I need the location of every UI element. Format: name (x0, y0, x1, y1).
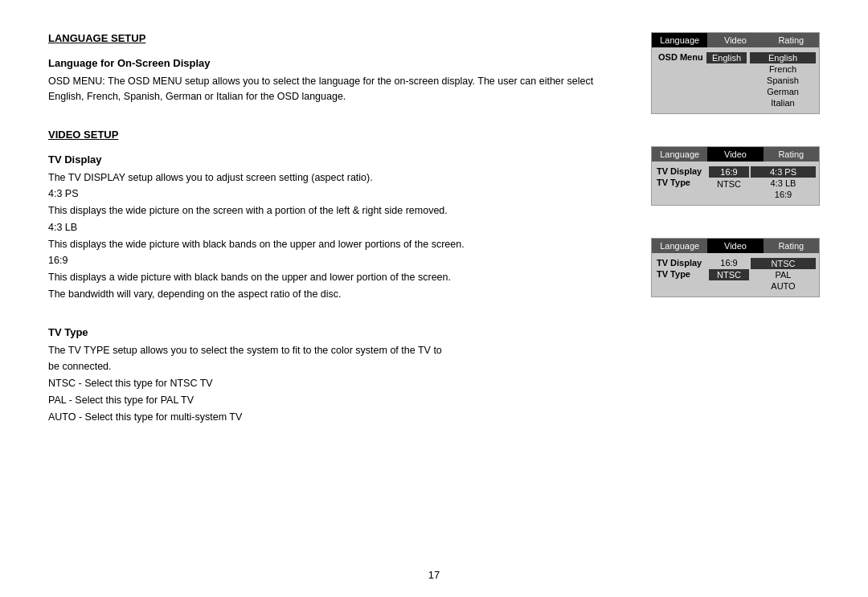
tv-display-subheading: TV Display (48, 153, 611, 166)
osd-tv-display-menu: Language Video Rating TV Display TV Type… (651, 146, 820, 206)
osd-tab-video: Video (707, 33, 763, 47)
osd-tvd-label-tvtype: TV Type (657, 178, 707, 187)
osd-tvt-opt-pal: PAL (751, 269, 816, 280)
osd-tvt-labels: TV Display TV Type (655, 258, 707, 292)
tv-display-item-1-desc: This displays the wide picture with blac… (48, 237, 611, 252)
osd-language-body: OSD MENU: The OSD MENU setup allows you … (48, 74, 611, 104)
osd-opt-italian: Italian (750, 97, 816, 108)
osd-tvd-tab-video: Video (707, 147, 763, 162)
osd-tv-display-body: TV Display TV Type 16:9 NTSC 4:3 PS 4:3 … (652, 162, 819, 205)
osd-tvt-options: NTSC PAL AUTO (751, 258, 816, 292)
osd-tvd-label-tvdisplay: TV Display (657, 166, 707, 176)
right-column: Language Video Rating OSD Menu English E… (651, 32, 828, 537)
osd-tvd-val-169: 16:9 (709, 166, 749, 178)
tv-display-item-2-desc: This displays a wide picture with black … (48, 270, 611, 285)
osd-opt-french: French (750, 63, 816, 75)
tv-type-subheading: TV Type (48, 326, 611, 338)
osd-tvd-values: 16:9 NTSC (709, 166, 749, 200)
osd-tvt-tab-video: Video (707, 239, 763, 253)
left-column: LANGUAGE SETUP Language for On-Screen Di… (48, 32, 627, 537)
osd-language-options: English French Spanish German Italian (750, 52, 816, 108)
osd-tvt-tab-rating: Rating (764, 239, 819, 253)
osd-tvt-opt-ntsc: NTSC (751, 258, 816, 269)
osd-tv-display-tabs: Language Video Rating (652, 147, 819, 162)
tv-display-item-0-desc: This displays the wide picture on the sc… (48, 203, 611, 219)
video-setup-section: VIDEO SETUP TV Display The TV DISPLAY se… (48, 129, 611, 425)
video-setup-heading: VIDEO SETUP (48, 129, 611, 141)
osd-opt-spanish: Spanish (750, 75, 816, 86)
osd-tvd-opt-43lb: 4:3 LB (751, 178, 816, 189)
page-number: 17 (428, 569, 440, 581)
osd-tvd-options: 4:3 PS 4:3 LB 16:9 (751, 166, 816, 200)
tv-display-intro: The TV DISPLAY setup allows you to adjus… (48, 170, 611, 186)
osd-language-panel: Language Video Rating OSD Menu English E… (651, 32, 828, 114)
tv-type-intro-line1: The TV TYPE setup allows you to select t… (48, 343, 611, 358)
tv-display-section: TV Display The TV DISPLAY setup allows y… (48, 153, 611, 302)
osd-menu-current: English (706, 52, 747, 108)
tv-type-auto: AUTO - Select this type for multi-system… (48, 410, 611, 425)
osd-language-body-panel: OSD Menu English English French Spanish … (652, 47, 819, 113)
tv-display-item-2-label: 16:9 (48, 253, 611, 268)
osd-tv-type-body: TV Display TV Type 16:9 NTSC NTSC PAL AU… (652, 253, 819, 296)
osd-english-selected: English (706, 52, 747, 63)
osd-tv-display-panel: Language Video Rating TV Display TV Type… (651, 146, 828, 206)
osd-tvd-tab-rating: Rating (764, 147, 819, 162)
osd-tvt-val-169: 16:9 (709, 258, 749, 268)
tv-display-item-0-label: 4:3 PS (48, 186, 611, 202)
tv-type-ntsc: NTSC - Select this type for NTSC TV (48, 376, 611, 391)
tv-type-pal: PAL - Select this type for PAL TV (48, 393, 611, 408)
osd-language-tabs: Language Video Rating (652, 33, 819, 47)
osd-tvd-opt-169: 16:9 (751, 189, 816, 200)
language-setup-heading: LANGUAGE SETUP (48, 32, 611, 44)
osd-tvt-val-ntsc: NTSC (709, 269, 749, 280)
osd-tvt-label-tvdisplay: TV Display (657, 258, 707, 268)
tv-type-section: TV Type The TV TYPE setup allows you to … (48, 326, 611, 425)
osd-tvd-labels: TV Display TV Type (655, 166, 707, 200)
osd-tvd-opt-43ps: 4:3 PS (751, 166, 816, 178)
osd-tvt-opt-auto: AUTO (751, 280, 816, 292)
tv-type-intro-line2: be connected. (48, 359, 611, 374)
osd-opt-english: English (750, 52, 816, 63)
osd-tvt-values: 16:9 NTSC (709, 258, 749, 292)
osd-tv-type-panel: Language Video Rating TV Display TV Type… (651, 238, 828, 297)
osd-tab-rating: Rating (764, 33, 819, 47)
osd-tvt-label-tvtype: TV Type (657, 269, 707, 279)
osd-menu-label: OSD Menu (655, 52, 703, 108)
osd-tvd-val-ntsc: NTSC (709, 179, 749, 189)
osd-tv-type-menu: Language Video Rating TV Display TV Type… (651, 238, 820, 297)
osd-tvd-tab-language: Language (652, 147, 707, 162)
page-footer: 17 (0, 569, 868, 597)
osd-tab-language: Language (652, 33, 707, 47)
tv-display-item-1-label: 4:3 LB (48, 220, 611, 235)
language-setup-section: LANGUAGE SETUP Language for On-Screen Di… (48, 32, 611, 104)
tv-display-item-2-desc2: The bandwidth will vary, depending on th… (48, 287, 611, 302)
osd-tvt-tab-language: Language (652, 239, 707, 253)
osd-opt-german: German (750, 86, 816, 97)
osd-language-subheading: Language for On-Screen Display (48, 57, 611, 69)
osd-language-menu: Language Video Rating OSD Menu English E… (651, 32, 820, 114)
osd-tv-type-tabs: Language Video Rating (652, 239, 819, 253)
